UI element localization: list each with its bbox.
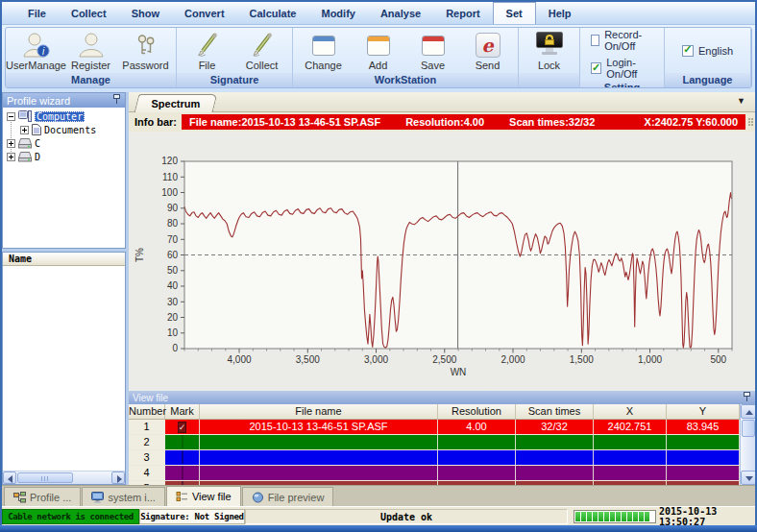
spectrum-chart-area[interactable]: 4,0003,5003,0002,5002,0001,5001,00050001… xyxy=(129,132,755,391)
usermanage-button[interactable]: i UserManage xyxy=(9,29,63,72)
add-button[interactable]: Add xyxy=(351,29,405,72)
tree-item-computer[interactable]: Computer xyxy=(3,109,125,123)
col-file-name[interactable]: File name xyxy=(200,404,438,419)
update-status: Update ok xyxy=(245,509,568,524)
menu-report[interactable]: Report xyxy=(433,2,492,24)
lock-button[interactable]: Lock xyxy=(522,29,576,72)
col-y[interactable]: Y xyxy=(667,404,740,419)
change-button[interactable]: Change xyxy=(296,29,351,72)
signature-file-button[interactable]: File xyxy=(180,29,234,72)
signature-status: Signature: Not Signed xyxy=(139,509,245,524)
window-orange-icon xyxy=(367,31,390,60)
y-tick-label: 60 xyxy=(167,250,179,260)
table-row[interactable]: 1 2015-10-13 13-46-51 SP.ASF 4.00 32/32 … xyxy=(129,420,755,435)
table-header-row: Number Mark File name Resolution Scan ti… xyxy=(129,404,755,420)
window-red-icon xyxy=(422,31,445,60)
clock-readout: 2015-10-13 13:50:27 xyxy=(659,509,749,524)
password-button[interactable]: Password xyxy=(118,29,173,72)
drive-icon xyxy=(18,138,32,149)
ribbon-group-setting: Record-On/Off Login-On/Off Setting xyxy=(580,28,665,87)
y-tick-label: 30 xyxy=(167,297,179,307)
y-tick-label: 20 xyxy=(167,312,179,323)
name-list-body xyxy=(3,266,125,471)
mark-checkbox[interactable] xyxy=(178,422,187,433)
x-tick-label: 1,500 xyxy=(570,354,594,365)
menu-analyse[interactable]: Analyse xyxy=(368,2,433,24)
horizontal-scrollbar[interactable] xyxy=(3,471,125,484)
expand-expander-icon[interactable] xyxy=(7,153,15,161)
col-mark[interactable]: Mark xyxy=(165,404,200,419)
table-row[interactable]: 4 xyxy=(129,466,755,481)
right-arrow-icon xyxy=(117,475,122,483)
name-column-header[interactable]: Name xyxy=(3,253,125,266)
tree-item-documents[interactable]: Documents xyxy=(3,123,125,136)
spectrum-chart[interactable]: 4,0003,5003,0002,5002,0001,5001,00050001… xyxy=(129,132,755,391)
view-file-header: View file xyxy=(129,391,755,404)
col-x[interactable]: X xyxy=(594,404,667,419)
x-tick-label: 2,500 xyxy=(432,354,456,365)
info-bar-display: File name:2015-10-13 13-46-51 SP.ASF Res… xyxy=(182,114,745,130)
expand-expander-icon[interactable] xyxy=(7,139,15,148)
scroll-up-button[interactable] xyxy=(741,404,755,419)
table-row[interactable]: 3 xyxy=(129,450,755,466)
menu-convert[interactable]: Convert xyxy=(172,2,237,24)
window-border-left xyxy=(0,0,2,532)
tree-item-c-drive[interactable]: C xyxy=(3,136,125,150)
checkbox-box[interactable] xyxy=(591,35,599,46)
tab-file-preview[interactable]: File preview xyxy=(242,487,334,506)
network-status: Cable network is connected xyxy=(2,509,139,524)
tab-spectrum[interactable]: Spectrum xyxy=(134,94,218,112)
window-blue-icon xyxy=(312,31,335,60)
tab-profile-wizard[interactable]: Profile ... xyxy=(4,487,81,506)
col-scan-times[interactable]: Scan times xyxy=(516,404,594,419)
tree-item-d-drive[interactable]: D xyxy=(3,150,125,163)
vertical-scrollbar[interactable] xyxy=(740,404,755,485)
scrollbar-thumb[interactable] xyxy=(742,420,755,437)
ribbon-group-workstation: Change Add Save e Send WorkStati xyxy=(293,28,519,87)
info-cursor-readout: X:2402.75 Y:60.000 xyxy=(645,116,738,128)
mark-checkbox[interactable] xyxy=(182,450,183,464)
pin-icon[interactable] xyxy=(112,94,121,107)
group-caption-workstation: WorkStation xyxy=(293,73,518,87)
info-file-name: File name:2015-10-13 13-46-51 SP.ASF xyxy=(189,116,380,128)
tab-system-info[interactable]: system i... xyxy=(82,487,165,506)
save-button[interactable]: Save xyxy=(405,29,460,72)
expand-expander-icon[interactable] xyxy=(20,126,29,134)
x-tick-label: 500 xyxy=(710,354,726,365)
scroll-left-button[interactable] xyxy=(3,472,16,484)
y-tick-label: 10 xyxy=(167,327,179,338)
infobar-grip[interactable] xyxy=(747,117,753,127)
menu-calculate[interactable]: Calculate xyxy=(237,2,309,24)
mark-checkbox[interactable] xyxy=(182,435,183,448)
send-button[interactable]: e Send xyxy=(460,29,515,72)
collapse-expander-icon[interactable] xyxy=(7,112,15,121)
menu-collect[interactable]: Collect xyxy=(59,2,119,24)
y-tick-label: 100 xyxy=(161,187,178,198)
spectrum-workspace: Spectrum ▼ Info bar: File name:2015-10-1… xyxy=(129,92,755,485)
pin-icon[interactable] xyxy=(743,392,751,404)
english-checkbox[interactable]: English xyxy=(682,45,733,57)
menu-set[interactable]: Set xyxy=(493,2,536,24)
menu-help[interactable]: Help xyxy=(536,2,584,24)
scroll-right-button[interactable] xyxy=(111,472,125,484)
menu-modify[interactable]: Modify xyxy=(308,2,367,24)
menu-show[interactable]: Show xyxy=(119,2,172,24)
register-button[interactable]: Register xyxy=(63,29,118,72)
col-number[interactable]: Number xyxy=(129,404,165,419)
left-arrow-icon xyxy=(8,475,12,483)
checkbox-box[interactable] xyxy=(591,62,601,74)
checkbox-box[interactable] xyxy=(682,45,694,57)
drive-icon xyxy=(18,152,32,162)
mark-checkbox[interactable] xyxy=(182,466,183,479)
scroll-down-button[interactable] xyxy=(741,471,755,485)
tab-list-dropdown-icon[interactable]: ▼ xyxy=(737,96,745,106)
login-onoff-checkbox[interactable]: Login-On/Off xyxy=(591,57,653,80)
col-resolution[interactable]: Resolution xyxy=(438,404,516,419)
menu-file[interactable]: File xyxy=(15,2,59,24)
preview-globe-icon xyxy=(252,492,264,503)
table-row[interactable]: 2 xyxy=(129,435,755,450)
tab-view-file[interactable]: View file xyxy=(166,486,241,506)
signature-collect-button[interactable]: Collect xyxy=(234,29,289,72)
scrollbar-thumb[interactable] xyxy=(17,472,73,483)
record-onoff-checkbox[interactable]: Record-On/Off xyxy=(591,29,653,52)
